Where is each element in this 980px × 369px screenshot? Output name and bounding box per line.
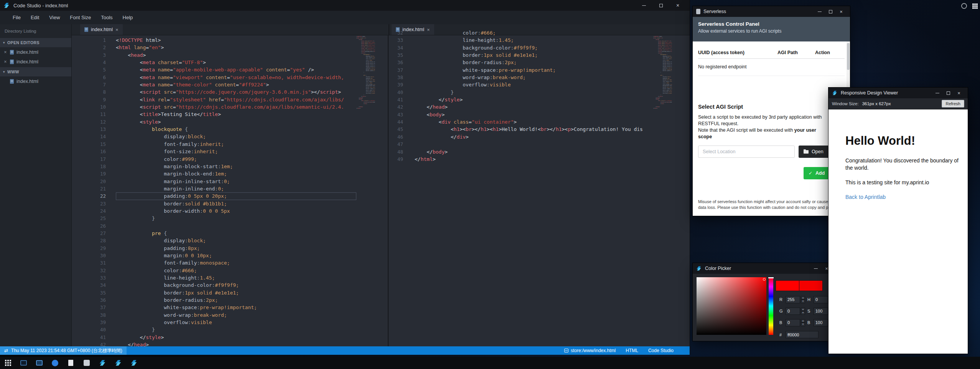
open-button[interactable]: Open <box>799 146 830 158</box>
refresh-button[interactable]: Refresh <box>942 100 964 108</box>
responsive-close-button[interactable]: × <box>954 88 964 98</box>
code-line-21: margin-inline-end:0; <box>116 185 356 192</box>
main-maximize-button[interactable] <box>652 0 669 11</box>
menu-edit[interactable]: Edit <box>26 15 44 20</box>
minimize-icon <box>814 268 818 269</box>
code-line-39: overflow:visible <box>415 81 653 88</box>
sidebar-section-1[interactable]: ▾WWW <box>0 67 71 76</box>
hsb-b-input[interactable] <box>814 319 828 326</box>
menu-help[interactable]: Help <box>118 15 138 20</box>
editor-pane-2[interactable]: 323334353637383940414243444546474849 col… <box>389 35 690 346</box>
color-picker-minimize-button[interactable] <box>810 263 821 274</box>
files-icon <box>36 360 43 366</box>
file-icon <box>10 79 14 84</box>
saturation-value-picker[interactable] <box>697 277 766 335</box>
tab-label: index.html <box>91 27 113 32</box>
tab-group-1: index.html× <box>72 24 389 35</box>
maximize-icon <box>659 4 663 7</box>
taskbar-app-serverless[interactable] <box>82 358 91 368</box>
code-line-35: border:1px solid #e1e1e1; <box>415 51 653 59</box>
code-2[interactable]: color:#666; line-height:1.45; background… <box>407 28 653 346</box>
close-icon[interactable]: × <box>3 59 7 65</box>
taskbar-app-code-studio-2[interactable] <box>114 358 122 368</box>
code-1[interactable]: <!DOCTYPE html><html lang="en"> <head> <… <box>109 35 356 346</box>
status-file[interactable]: store:/www/index.html <box>564 348 616 353</box>
script-location-input[interactable] <box>698 146 795 158</box>
hsb-h-input[interactable] <box>814 296 828 303</box>
rgb-g-input[interactable] <box>786 308 800 315</box>
maximize-icon <box>947 91 950 95</box>
status-language[interactable]: HTML <box>626 348 638 353</box>
status-app[interactable]: Code Studio <box>648 348 674 353</box>
minimap-1[interactable]: <!DOCTYPE html><html lang="en"> <head> <… <box>356 35 375 346</box>
hsb-h-label: H <box>807 297 812 302</box>
menu-file[interactable]: File <box>8 15 26 20</box>
file-icon <box>396 27 400 32</box>
stepper-icon[interactable]: ▴▾ <box>801 296 805 303</box>
window-size-value[interactable]: 361px x 627px <box>862 101 891 106</box>
main-minimize-button[interactable] <box>636 0 652 11</box>
column-header-2: AGI Path <box>777 50 815 55</box>
code-line-32: color:#666; <box>116 267 356 274</box>
close-icon[interactable]: × <box>3 50 7 55</box>
rgb-r-label: R <box>779 297 784 302</box>
sidebar-section-0[interactable]: ▾OPEN EDITORS <box>0 38 71 47</box>
responsive-viewer-titlebar[interactable]: Responsive Design Viewer × <box>828 88 968 98</box>
menu-view[interactable]: View <box>44 15 65 20</box>
stepper-icon[interactable]: ▴▾ <box>801 319 805 326</box>
page-link[interactable]: Back to Aprintlab <box>845 194 886 200</box>
close-icon[interactable]: × <box>115 27 119 33</box>
scroll-gutter-1[interactable] <box>375 35 388 346</box>
editor-pane-1[interactable]: 1234567891011121314151617181920212223242… <box>72 35 389 346</box>
code-line-39: overflow:visible <box>116 319 356 326</box>
status-file-label: store:/www/index.html <box>571 348 616 353</box>
taskbar-app-editor[interactable] <box>67 358 75 368</box>
hex-input[interactable] <box>786 331 819 338</box>
hue-slider[interactable] <box>769 277 773 335</box>
hsb-s-input[interactable] <box>814 308 828 315</box>
minimap-2[interactable]: <!DOCTYPE html><html lang="en"> <head> <… <box>653 35 672 346</box>
taskbar-app-browser[interactable] <box>51 358 59 368</box>
responsive-minimize-button[interactable] <box>932 88 943 98</box>
responsive-maximize-button[interactable] <box>943 88 954 98</box>
sidebar-item-index.html-00[interactable]: ×index.html <box>0 47 71 57</box>
hue-cursor[interactable] <box>768 277 774 278</box>
minimize-icon <box>936 93 939 93</box>
serverless-minimize-button[interactable] <box>814 6 825 17</box>
spinner-icon[interactable] <box>961 3 967 9</box>
start-button[interactable] <box>4 358 12 368</box>
page-paragraph-1: Congratulation! You discovered the bound… <box>845 157 960 172</box>
sidebar-item-index.html-01[interactable]: ×index.html <box>0 57 71 66</box>
code-line-42: </head> <box>116 341 356 346</box>
code-line-40: } <box>415 89 653 96</box>
taskbar-app-terminal[interactable] <box>20 358 28 368</box>
code-line-33: line-height:1.45; <box>116 274 356 281</box>
main-close-button[interactable]: × <box>669 0 686 11</box>
code-studio-logo-icon <box>3 2 10 9</box>
terminal-icon <box>20 360 27 366</box>
serverless-close-button[interactable]: × <box>836 6 847 17</box>
taskbar-app-code-studio-3[interactable] <box>130 358 138 368</box>
code-line-44: <div class="ui container"> <box>415 118 653 126</box>
code-line-49: </html> <box>415 156 653 163</box>
title-bar[interactable]: Code Studio - index.html × <box>0 0 690 11</box>
menu-tools[interactable]: Tools <box>96 15 117 20</box>
serverless-titlebar[interactable]: Serverless × <box>693 6 850 17</box>
stepper-icon[interactable]: ▴▾ <box>801 308 805 315</box>
page-paragraph-2: This is a testing site for my.aprint.io <box>845 179 960 186</box>
color-picker-titlebar[interactable]: Color Picker × <box>693 263 835 274</box>
menu-font-size[interactable]: Font Size <box>65 15 96 20</box>
line-numbers-2: 323334353637383940414243444546474849 <box>389 28 407 346</box>
sidebar-item-index.html-10[interactable]: index.html <box>0 76 71 86</box>
scrollbar-thumb[interactable] <box>847 43 850 70</box>
taskbar-app-files[interactable] <box>35 358 43 368</box>
rgb-r-input[interactable] <box>786 296 800 303</box>
serverless-maximize-button[interactable] <box>825 6 836 17</box>
sv-cursor[interactable] <box>763 278 766 281</box>
grid-icon[interactable] <box>972 3 978 9</box>
scroll-gutter-2[interactable] <box>672 35 690 346</box>
rgb-b-input[interactable] <box>786 319 800 326</box>
tab-index.html-1[interactable]: index.html× <box>80 24 123 35</box>
status-datetime[interactable]: ⇄ Thu May 11 2023 21:54:48 GMT+0800 (台北標… <box>0 346 127 355</box>
taskbar-app-code-studio-1[interactable] <box>98 358 106 368</box>
